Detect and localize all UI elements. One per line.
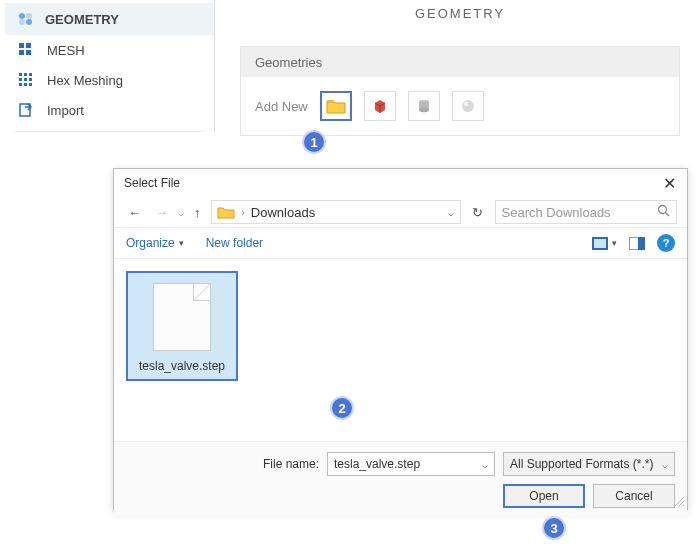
close-button[interactable]: ✕ <box>659 174 679 193</box>
svg-rect-11 <box>19 78 22 81</box>
file-list: tesla_valve.step <box>114 259 687 441</box>
svg-line-25 <box>666 213 670 217</box>
svg-point-21 <box>419 108 429 112</box>
svg-line-32 <box>683 505 684 506</box>
new-folder-label: New folder <box>206 236 263 250</box>
select-file-dialog: Select File ✕ ← → ⌵ ↑ › Downloads ⌵ ↻ Se… <box>113 168 688 510</box>
filename-input[interactable]: tesla_valve.step ⌵ <box>327 452 495 476</box>
resize-handle[interactable] <box>673 495 685 507</box>
chevron-down-icon: ⌵ <box>662 459 668 470</box>
file-thumb-icon <box>153 283 211 351</box>
dialog-toolbar: Organize ▾ New folder ▾ ? <box>114 227 687 259</box>
svg-rect-4 <box>19 43 24 48</box>
add-cube-button[interactable] <box>364 91 396 121</box>
sidebar-item-hex-meshing[interactable]: Hex Meshing <box>5 65 214 95</box>
sidebar: GEOMETRY MESH Hex Meshing Import <box>5 0 215 132</box>
svg-rect-9 <box>24 73 27 76</box>
sidebar-item-import[interactable]: Import <box>5 95 214 125</box>
nav-up-button[interactable]: ↑ <box>190 205 205 220</box>
refresh-button[interactable]: ↻ <box>467 200 489 224</box>
view-icon <box>592 237 608 250</box>
dialog-navbar: ← → ⌵ ↑ › Downloads ⌵ ↻ Search Downloads <box>114 197 687 227</box>
geometries-panel: Geometries Add New <box>240 46 680 136</box>
dialog-footer: File name: tesla_valve.step ⌵ All Suppor… <box>114 441 687 518</box>
svg-rect-6 <box>19 50 24 55</box>
cancel-label: Cancel <box>615 489 652 503</box>
svg-rect-10 <box>29 73 32 76</box>
dialog-title-label: Select File <box>124 176 180 190</box>
svg-point-3 <box>26 19 32 25</box>
svg-rect-29 <box>638 237 645 250</box>
file-name-label: tesla_valve.step <box>134 359 230 373</box>
geometry-icon <box>17 12 35 26</box>
nav-back-button[interactable]: ← <box>124 205 145 220</box>
sidebar-item-label: Hex Meshing <box>47 73 123 88</box>
svg-point-0 <box>19 13 25 19</box>
svg-point-1 <box>26 13 32 19</box>
svg-rect-16 <box>29 83 32 86</box>
import-icon <box>17 102 35 118</box>
sidebar-item-label: MESH <box>47 43 85 58</box>
help-button[interactable]: ? <box>657 234 675 252</box>
open-label: Open <box>529 489 558 503</box>
path-dropdown[interactable]: ⌵ <box>448 207 456 218</box>
format-value: All Supported Formats (*.*) <box>510 457 653 471</box>
sidebar-header-geometry[interactable]: GEOMETRY <box>5 3 214 35</box>
recent-dropdown[interactable]: ⌵ <box>178 207 184 218</box>
view-mode-button[interactable]: ▾ <box>592 237 617 250</box>
filename-value: tesla_valve.step <box>334 457 420 471</box>
dialog-titlebar: Select File ✕ <box>114 169 687 197</box>
path-box[interactable]: › Downloads ⌵ <box>211 200 461 224</box>
page-title: GEOMETRY <box>240 6 680 21</box>
pane-icon <box>629 237 645 250</box>
search-input[interactable]: Search Downloads <box>495 200 678 224</box>
search-icon <box>657 204 670 220</box>
new-folder-button[interactable]: New folder <box>206 236 263 250</box>
add-from-file-button[interactable] <box>320 91 352 121</box>
chevron-right-icon: › <box>242 207 245 218</box>
svg-point-2 <box>19 19 25 25</box>
mesh-icon <box>17 42 35 58</box>
divider <box>15 131 204 132</box>
cancel-button[interactable]: Cancel <box>593 484 675 508</box>
filename-label: File name: <box>263 457 319 471</box>
organize-menu[interactable]: Organize ▾ <box>126 236 184 250</box>
file-item-selected[interactable]: tesla_valve.step <box>126 271 238 381</box>
sidebar-item-mesh[interactable]: MESH <box>5 35 214 65</box>
svg-rect-8 <box>19 73 22 76</box>
svg-rect-12 <box>24 78 27 81</box>
callout-1: 1 <box>302 130 326 154</box>
add-sphere-button[interactable] <box>452 91 484 121</box>
chevron-down-icon: ⌵ <box>482 459 488 470</box>
open-button[interactable]: Open <box>503 484 585 508</box>
svg-point-22 <box>462 100 474 112</box>
panel-title-label: Geometries <box>255 55 322 70</box>
preview-pane-button[interactable] <box>629 237 645 250</box>
geometries-panel-header: Geometries <box>241 47 679 77</box>
organize-label: Organize <box>126 236 175 250</box>
svg-rect-5 <box>26 43 31 48</box>
svg-rect-27 <box>594 239 606 248</box>
sphere-icon <box>460 98 476 114</box>
sidebar-item-label: Import <box>47 103 84 118</box>
folder-icon <box>326 98 346 114</box>
callout-3: 3 <box>542 516 566 540</box>
geometries-panel-body: Add New <box>241 77 679 135</box>
sidebar-header-label: GEOMETRY <box>45 12 119 27</box>
cube-icon <box>372 98 388 114</box>
svg-line-30 <box>675 497 684 506</box>
svg-point-24 <box>659 206 667 214</box>
svg-rect-14 <box>19 83 22 86</box>
nav-forward-button[interactable]: → <box>151 205 172 220</box>
hex-meshing-icon <box>17 72 35 88</box>
chevron-down-icon: ▾ <box>179 238 184 248</box>
add-new-label: Add New <box>255 99 308 114</box>
search-placeholder: Search Downloads <box>502 205 611 220</box>
add-cylinder-button[interactable] <box>408 91 440 121</box>
format-select[interactable]: All Supported Formats (*.*) ⌵ <box>503 452 675 476</box>
svg-rect-7 <box>26 50 31 55</box>
chevron-down-icon: ▾ <box>612 238 617 248</box>
cylinder-icon <box>416 98 432 114</box>
svg-rect-15 <box>24 83 27 86</box>
svg-point-23 <box>464 102 468 106</box>
